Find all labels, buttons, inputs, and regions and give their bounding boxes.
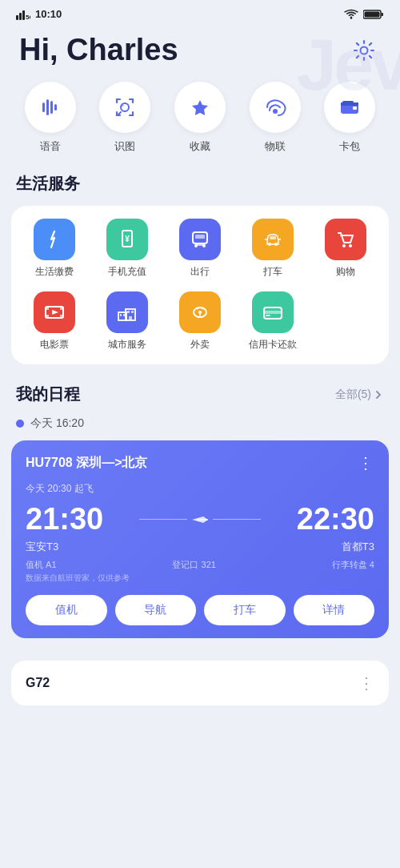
plane-icon	[190, 513, 210, 526]
svg-rect-12	[54, 104, 57, 111]
flight-arrow	[103, 513, 297, 526]
transit-icon	[179, 219, 221, 260]
service-item-movie[interactable]: 电影票	[19, 291, 89, 352]
svg-point-24	[202, 244, 206, 247]
service-item-recharge[interactable]: ¥ 手机充值	[92, 219, 162, 279]
svg-rect-1	[19, 13, 22, 20]
svg-rect-39	[120, 314, 122, 316]
life-services-title: 生活服务	[0, 173, 400, 206]
schedule-all-link[interactable]: 全部(5)	[335, 388, 384, 402]
status-left: 5G 10:10	[16, 8, 62, 20]
svg-point-26	[268, 243, 271, 246]
navigate-button[interactable]: 导航	[115, 595, 197, 625]
header: Hi, Charles	[0, 25, 400, 82]
voice-label: 语音	[40, 139, 61, 154]
quick-item-wallet[interactable]: 卡包	[324, 82, 375, 154]
svg-point-14	[273, 109, 278, 114]
gear-icon	[353, 39, 375, 62]
g72-card[interactable]: G72 ⋮	[11, 661, 389, 705]
service-item-delivery[interactable]: 外卖	[165, 291, 234, 352]
battery-icon	[363, 9, 384, 20]
svg-rect-35	[60, 315, 63, 318]
life-services-card: 生活缴费 ¥ 手机充值 出行 打车 购物	[11, 206, 389, 364]
wifi-icon	[344, 9, 358, 20]
delivery-label: 外卖	[190, 338, 210, 352]
city-label: 城市服务	[108, 338, 146, 352]
delivery-icon	[179, 291, 221, 333]
service-item-shopping[interactable]: 购物	[311, 219, 381, 279]
status-bar: 5G 10:10	[0, 0, 400, 25]
transit-label: 出行	[190, 265, 210, 279]
service-item-creditcard[interactable]: 信用卡还款	[238, 291, 308, 352]
svg-rect-28	[270, 236, 276, 239]
svg-rect-41	[127, 311, 130, 313]
iot-icon-container	[250, 82, 301, 133]
arrow-line-right	[213, 519, 261, 520]
utilities-label: 生活缴费	[35, 265, 74, 279]
baggage-info: 行李转盘 4	[332, 559, 374, 571]
svg-rect-9	[42, 102, 45, 112]
flight-airports: 宝安T3 首都T3	[26, 540, 374, 554]
time: 10:10	[35, 8, 62, 20]
shopping-label: 购物	[336, 265, 355, 279]
arrive-time: 22:30	[297, 502, 374, 536]
quick-item-recognize[interactable]: 识图	[99, 82, 150, 154]
depart-time: 21:30	[26, 502, 103, 536]
recharge-icon: ¥	[106, 219, 148, 260]
quick-item-favorite[interactable]: 收藏	[174, 82, 226, 154]
svg-marker-36	[52, 310, 58, 315]
flight-times: 21:30 22:30	[26, 502, 374, 536]
svg-point-27	[274, 243, 278, 246]
quick-item-iot[interactable]: 物联	[250, 82, 301, 154]
service-item-city[interactable]: 城市服务	[92, 291, 162, 352]
service-item-transit[interactable]: 出行	[165, 219, 234, 279]
arrive-airport: 首都T3	[342, 540, 374, 554]
g72-more-dots[interactable]: ⋮	[358, 673, 374, 693]
svg-rect-48	[266, 315, 270, 316]
movie-label: 电影票	[40, 338, 69, 352]
iot-label: 物联	[265, 139, 286, 154]
svg-rect-6	[382, 13, 384, 16]
wallet-icon-container	[324, 82, 375, 133]
today-label: 今天 16:20	[30, 416, 84, 431]
flight-card: HU7708 深圳—>北京 ⋮ 今天 20:30 起飞 21:30 22:30 …	[11, 440, 389, 638]
svg-point-13	[121, 103, 129, 111]
quick-item-voice[interactable]: 语音	[25, 82, 76, 154]
taxi-icon	[252, 219, 294, 260]
svg-point-8	[361, 46, 368, 54]
flight-actions: 值机 导航 打车 详情	[26, 595, 374, 625]
services-grid: 生活缴费 ¥ 手机充值 出行 打车 购物	[19, 219, 381, 352]
svg-rect-7	[365, 11, 380, 17]
svg-rect-34	[46, 315, 49, 318]
schedule-title: 我的日程	[16, 384, 80, 405]
svg-rect-11	[50, 101, 53, 114]
favorite-icon	[189, 96, 211, 119]
date-dot	[16, 420, 24, 428]
svg-text:5G: 5G	[26, 14, 30, 20]
service-item-utilities[interactable]: 生活缴费	[19, 219, 89, 279]
utilities-icon	[34, 219, 75, 260]
checkin-button[interactable]: 值机	[26, 595, 107, 625]
svg-rect-25	[195, 235, 205, 239]
taxi-button[interactable]: 打车	[204, 595, 286, 625]
svg-rect-18	[353, 106, 357, 110]
svg-point-29	[342, 244, 346, 247]
gate-info: 登记口 321	[172, 559, 215, 571]
more-dots-button[interactable]: ⋮	[358, 453, 374, 472]
status-right	[344, 9, 384, 20]
svg-rect-32	[46, 307, 49, 310]
depart-airport: 宝安T3	[26, 540, 58, 554]
settings-button[interactable]	[347, 34, 381, 67]
schedule-date: 今天 16:20	[0, 416, 400, 440]
svg-rect-0	[16, 15, 18, 20]
flight-takeoff: 今天 20:30 起飞	[26, 482, 374, 496]
favorite-label: 收藏	[190, 139, 210, 154]
svg-rect-2	[22, 10, 25, 20]
recharge-label: 手机充值	[108, 265, 146, 279]
taxi-label: 打车	[263, 265, 282, 279]
service-item-taxi[interactable]: 打车	[238, 219, 308, 279]
details-button[interactable]: 详情	[294, 595, 375, 625]
shopping-icon	[325, 219, 366, 260]
quick-actions: 语音 识图 收藏	[0, 82, 400, 173]
city-icon	[106, 291, 148, 333]
